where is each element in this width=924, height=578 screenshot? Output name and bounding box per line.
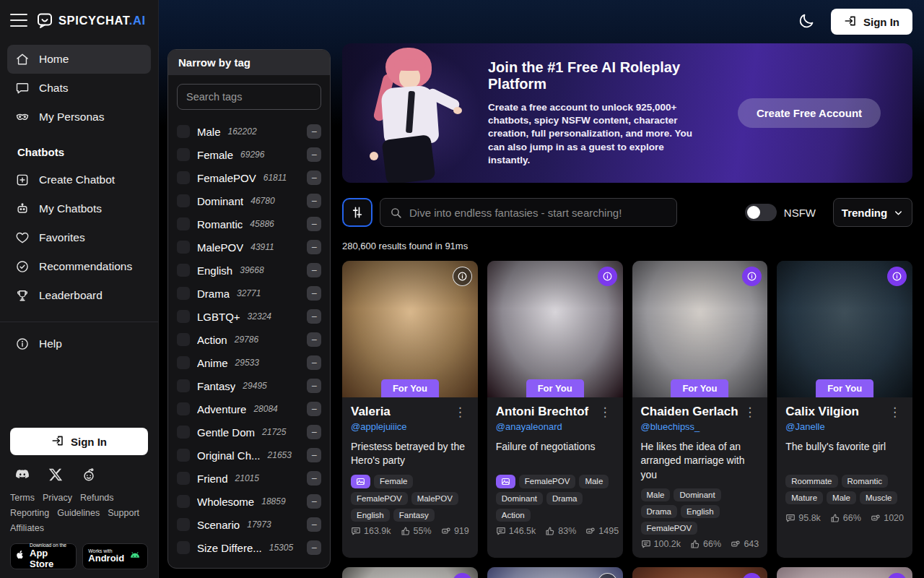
card-username[interactable]: @anayaleonard — [496, 421, 562, 432]
tag-checkbox[interactable] — [177, 495, 190, 508]
tag-exclude-button[interactable]: − — [307, 332, 321, 347]
tag-exclude-button[interactable]: − — [307, 355, 321, 370]
footer-link-reporting[interactable]: Reporting — [10, 508, 49, 518]
tag-exclude-button[interactable]: − — [307, 286, 321, 301]
sidebar-item-chats[interactable]: Chats — [7, 74, 151, 103]
tag-exclude-button[interactable]: − — [307, 379, 321, 393]
tag-chip-fantasy[interactable]: Fantasy — [393, 509, 435, 522]
tag-chip-dominant[interactable]: Dominant — [674, 488, 720, 501]
chatbot-card-partial[interactable] — [342, 567, 478, 578]
chatbot-card-calix-vilgion[interactable]: For YouCalix Vilgion⋮@JanelleThe bully's… — [777, 261, 912, 558]
tag-exclude-button[interactable]: − — [307, 540, 321, 555]
card-menu-button[interactable]: ⋮ — [886, 405, 904, 420]
dark-mode-toggle-button[interactable] — [798, 12, 816, 31]
tag-exclude-button[interactable]: − — [307, 402, 321, 416]
tag-chip-romantic[interactable]: Romantic — [842, 475, 889, 488]
tag-search-input[interactable] — [177, 84, 321, 110]
info-button[interactable] — [453, 267, 472, 286]
tag-checkbox[interactable] — [177, 310, 190, 323]
sidebar-signin-button[interactable]: Sign In — [10, 428, 148, 455]
reddit-icon[interactable] — [81, 467, 97, 483]
tag-exclude-button[interactable]: − — [307, 194, 321, 208]
card-username[interactable]: @applejuiiice — [351, 421, 407, 432]
tag-checkbox[interactable] — [177, 518, 190, 531]
android-badge[interactable]: Works withAndroid — [82, 543, 149, 569]
footer-link-affiliates[interactable]: Affiliates — [10, 523, 44, 533]
tag-exclude-button[interactable]: − — [307, 240, 321, 254]
filter-button[interactable] — [342, 198, 372, 227]
sidebar-item-recommendations[interactable]: Recommendations — [7, 252, 151, 281]
tag-chip-mature[interactable]: Mature — [785, 491, 823, 504]
footer-link-refunds[interactable]: Refunds — [80, 493, 114, 503]
tag-checkbox[interactable] — [177, 449, 190, 462]
chatbot-card-partial[interactable] — [487, 567, 623, 578]
hamburger-menu-button[interactable] — [10, 14, 27, 27]
tag-checkbox[interactable] — [177, 356, 190, 369]
tag-checkbox[interactable] — [177, 287, 190, 300]
topbar-signin-button[interactable]: Sign In — [831, 9, 912, 35]
tag-chip-english[interactable]: English — [351, 509, 390, 522]
card-menu-button[interactable]: ⋮ — [741, 405, 759, 420]
info-button[interactable] — [887, 573, 907, 578]
tag-checkbox[interactable] — [177, 148, 190, 161]
tag-exclude-button[interactable]: − — [307, 494, 321, 509]
tag-checkbox[interactable] — [177, 264, 190, 277]
tag-chip-femalepov[interactable]: FemalePOV — [519, 475, 576, 488]
chatbot-card-partial[interactable] — [777, 567, 912, 578]
tag-exclude-button[interactable]: − — [307, 517, 321, 532]
tag-chip-roommate[interactable]: Roommate — [785, 475, 837, 488]
chatbot-card-valeria[interactable]: For YouValeria⋮@applejuiiicePriestess be… — [342, 261, 478, 558]
tag-chip-muscle[interactable]: Muscle — [860, 491, 897, 504]
image-tag-badge[interactable] — [351, 475, 370, 488]
footer-link-support[interactable]: Support — [108, 508, 139, 518]
tag-chip-female[interactable]: Female — [374, 475, 413, 488]
tag-checkbox[interactable] — [177, 171, 190, 184]
info-button[interactable] — [887, 267, 907, 286]
tag-checkbox[interactable] — [177, 426, 190, 439]
tag-checkbox[interactable] — [177, 194, 190, 207]
tag-checkbox[interactable] — [177, 241, 190, 254]
tag-exclude-button[interactable]: − — [307, 147, 321, 162]
sidebar-item-my-chatbots[interactable]: My Chatbots — [7, 194, 151, 223]
card-username[interactable]: @Janelle — [785, 421, 824, 432]
appstore-badge[interactable]: Download on theApp Store — [10, 543, 77, 569]
tag-exclude-button[interactable]: − — [307, 171, 321, 185]
tag-exclude-button[interactable]: − — [307, 217, 321, 231]
card-menu-button[interactable]: ⋮ — [596, 405, 614, 420]
tag-exclude-button[interactable]: − — [307, 425, 321, 439]
tag-exclude-button[interactable]: − — [307, 124, 321, 139]
card-username[interactable]: @bluechipss_ — [641, 421, 700, 432]
tag-checkbox[interactable] — [177, 402, 190, 415]
sidebar-item-favorites[interactable]: Favorites — [7, 223, 151, 252]
footer-link-privacy[interactable]: Privacy — [43, 493, 72, 503]
nsfw-toggle[interactable] — [745, 204, 777, 221]
info-button[interactable] — [453, 573, 472, 578]
tag-checkbox[interactable] — [177, 217, 190, 230]
tag-exclude-button[interactable]: − — [307, 471, 321, 486]
tag-chip-femalepov[interactable]: FemalePOV — [351, 492, 408, 505]
footer-link-guidelines[interactable]: Guidelines — [57, 508, 100, 518]
tag-checkbox[interactable] — [177, 379, 190, 392]
info-button[interactable] — [598, 573, 617, 578]
info-button[interactable] — [598, 267, 617, 286]
chatbot-card-partial[interactable] — [632, 567, 768, 578]
tag-checkbox[interactable] — [177, 333, 190, 346]
info-button[interactable] — [742, 573, 762, 578]
sort-dropdown[interactable]: Trending — [833, 198, 912, 227]
x-icon[interactable] — [48, 467, 64, 483]
brand-logo[interactable]: SPICYCHAT.AI — [36, 12, 146, 29]
tag-checkbox[interactable] — [177, 472, 190, 485]
card-menu-button[interactable]: ⋮ — [451, 405, 469, 420]
tag-chip-femalepov[interactable]: FemalePOV — [641, 522, 698, 535]
tag-chip-english[interactable]: English — [681, 505, 720, 518]
tag-exclude-button[interactable]: − — [307, 263, 321, 277]
info-button[interactable] — [742, 267, 762, 286]
sidebar-item-home[interactable]: Home — [7, 45, 151, 74]
tag-checkbox[interactable] — [177, 541, 190, 554]
tag-chip-male[interactable]: Male — [579, 475, 609, 488]
sidebar-item-leaderboard[interactable]: Leaderboard — [7, 281, 151, 310]
search-input[interactable] — [409, 207, 667, 219]
tag-chip-malepov[interactable]: MalePOV — [411, 492, 458, 505]
sidebar-item-create-chatbot[interactable]: Create Chatbot — [7, 165, 151, 194]
chatbot-card-chaiden-gerlach[interactable]: For YouChaiden Gerlach⋮@bluechipss_He li… — [632, 261, 768, 558]
